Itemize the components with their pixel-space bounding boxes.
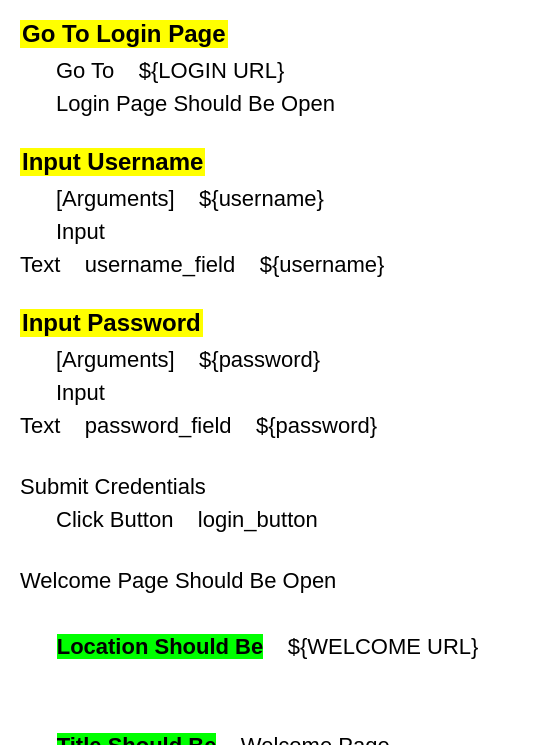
line-username-args: [Arguments] ${username} — [20, 182, 517, 215]
line-welcome-page-open: Welcome Page Should Be Open — [20, 564, 517, 597]
line-login-page-open: Login Page Should Be Open — [20, 87, 517, 120]
line-submit-credentials: Submit Credentials — [20, 470, 517, 503]
section-title-go-to-login-page: Go To Login Page — [20, 20, 228, 48]
line-input-username: Input — [20, 215, 517, 248]
highlight-location-should-be: Location Should Be — [57, 634, 264, 659]
highlight-title-should-be: Title Should Be — [57, 733, 217, 745]
section-input-password: Input Password [Arguments] ${password} I… — [20, 309, 517, 442]
section-welcome-page: Welcome Page Should Be Open Location Sho… — [20, 564, 517, 745]
section-submit-credentials: Submit Credentials Click Button login_bu… — [20, 470, 517, 536]
section-input-username: Input Username [Arguments] ${username} I… — [20, 148, 517, 281]
line-click-button: Click Button login_button — [20, 503, 517, 536]
line-goto: Go To ${LOGIN URL} — [20, 54, 517, 87]
line-title-should-be: Title Should Be Welcome Page — [20, 696, 517, 745]
section-title-input-password: Input Password — [20, 309, 203, 337]
section-go-to-login-page: Go To Login Page Go To ${LOGIN URL} Logi… — [20, 20, 517, 120]
line-input-password: Input — [20, 376, 517, 409]
line-text-username: Text username_field ${username} — [20, 248, 517, 281]
section-title-input-username: Input Username — [20, 148, 205, 176]
line-text-password: Text password_field ${password} — [20, 409, 517, 442]
main-content: Go To Login Page Go To ${LOGIN URL} Logi… — [20, 20, 517, 745]
line-password-args: [Arguments] ${password} — [20, 343, 517, 376]
line-location-should-be: Location Should Be ${WELCOME URL} — [20, 597, 517, 696]
